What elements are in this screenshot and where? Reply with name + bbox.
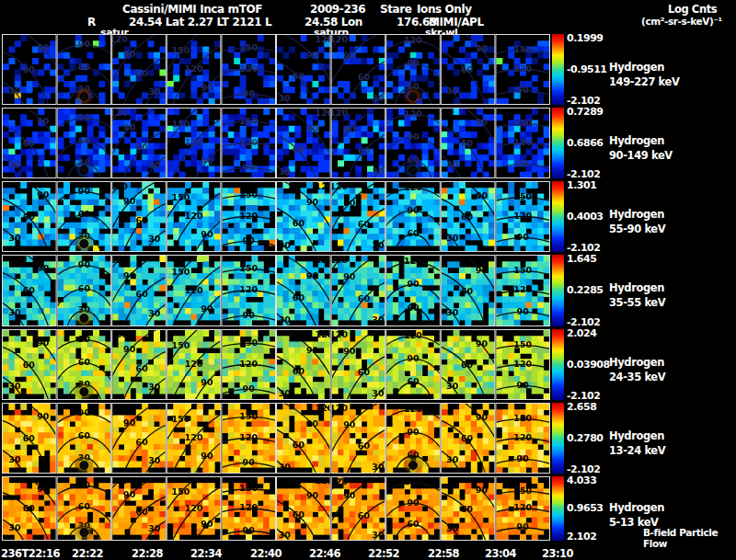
colorbar-max-label: 2.658 bbox=[567, 401, 596, 413]
panel-tiles-canvas bbox=[2, 108, 550, 178]
time-tick-label: 23:10 bbox=[542, 547, 573, 560]
colorbar bbox=[552, 34, 564, 105]
spectrogram-panel-row: 2.0240.03908-2.102Hydrogen24-35 keV bbox=[0, 329, 736, 400]
spectrogram-panel-row: 1.6450.2285-2.102Hydrogen35-55 keV bbox=[0, 255, 736, 326]
colorbar-mid-label: -0.9511 bbox=[567, 63, 607, 75]
panel-species-label: Hydrogen bbox=[609, 61, 664, 74]
spacecraft-info-part: 24.54 Lat 2.27 LT 2121 L bbox=[129, 16, 271, 29]
title-part: Cassini/MIMI Inca mTOF bbox=[122, 3, 262, 16]
spectrogram-panel-row: 2.6580.2780-2.102Hydrogen13-24 keV bbox=[0, 403, 736, 474]
colorbar-mid-label: 0.03908 bbox=[567, 359, 610, 371]
spectrogram-panel-row: 0.72890.6866-2.102Hydrogen90-149 keV bbox=[0, 108, 736, 178]
colorbar-mid-label: 0.9653 bbox=[567, 502, 603, 514]
title-part: 2009-236 bbox=[310, 3, 365, 16]
time-tick-label: 22:40 bbox=[250, 547, 282, 560]
colorbar-max-label: 4.033 bbox=[567, 474, 596, 486]
panel-energy-label: 35-55 keV bbox=[609, 296, 665, 309]
colorbar-mid-label: 0.6866 bbox=[567, 137, 603, 149]
bfield-particle-flow-label: B-field Particle Flow bbox=[643, 527, 736, 549]
panel-species-label: Hydrogen bbox=[609, 281, 664, 294]
panel-energy-label: 90-149 keV bbox=[609, 149, 673, 162]
panel-tiles-canvas bbox=[2, 403, 550, 474]
time-tick-label: 236T22:16 bbox=[1, 547, 60, 560]
panel-species-label: Hydrogen bbox=[609, 429, 664, 442]
spectrogram-panel-row: 4.0330.96532.102Hydrogen5-13 keV bbox=[0, 476, 736, 541]
time-tick-label: 22:22 bbox=[72, 547, 103, 560]
colorbar bbox=[552, 255, 564, 326]
time-tick-label: 22:46 bbox=[309, 547, 340, 560]
panel-energy-label: 24-35 keV bbox=[609, 371, 665, 383]
colorbar bbox=[552, 329, 564, 400]
panel-tiles-canvas bbox=[2, 329, 550, 400]
panel-species-label: Hydrogen bbox=[609, 134, 664, 147]
title-part: Stare bbox=[380, 3, 412, 16]
panel-tiles-canvas bbox=[2, 476, 550, 541]
panel-tiles-canvas bbox=[2, 34, 550, 105]
colorbar-mid-label: 0.2285 bbox=[567, 284, 603, 296]
panel-species-label: Hydrogen bbox=[609, 356, 664, 369]
colorbar-units-label: (cm²-sr-s-keV)⁻¹ bbox=[641, 16, 722, 27]
panel-species-label: Hydrogen bbox=[609, 208, 664, 221]
colorbar-max-label: 2.024 bbox=[567, 327, 596, 339]
panel-tiles-canvas bbox=[2, 255, 550, 326]
time-tick-label: 22:52 bbox=[368, 547, 399, 560]
time-tick-label: 23:04 bbox=[485, 547, 516, 560]
colorbar-mid-label: 0.4003 bbox=[567, 211, 603, 223]
time-tick-label: 22:58 bbox=[428, 547, 459, 560]
colorbar-max-label: 0.1999 bbox=[567, 32, 603, 44]
panel-energy-label: 149-227 keV bbox=[609, 75, 679, 88]
title-part: Ions Only bbox=[417, 3, 472, 16]
colorbar bbox=[552, 476, 564, 541]
time-tick-label: 22:34 bbox=[190, 547, 222, 560]
mimi-inca-display-window: Log Cnts (cm²-sr-s-keV)⁻¹ Cassini/MIMI I… bbox=[0, 0, 736, 560]
colorbar-min-label: 2.102 bbox=[567, 531, 596, 543]
panel-tiles-canvas bbox=[2, 181, 550, 252]
colorbar-mid-label: 0.2780 bbox=[567, 432, 603, 444]
panel-species-label: Hydrogen bbox=[609, 501, 664, 514]
time-tick-label: 22:28 bbox=[132, 547, 163, 560]
colorbar-max-label: 1.301 bbox=[567, 179, 596, 191]
colorbar bbox=[552, 181, 564, 252]
colorbar-units-title: Log Cnts bbox=[668, 3, 717, 16]
colorbar-max-label: 1.645 bbox=[567, 253, 596, 265]
spectrogram-panel-row: 0.1999-0.9511-2.102Hydrogen149-227 keV bbox=[0, 34, 736, 105]
panel-energy-label: 55-90 keV bbox=[609, 223, 665, 235]
colorbar-max-label: 0.7289 bbox=[567, 106, 603, 118]
spacecraft-info-part: R bbox=[87, 16, 96, 29]
spectrogram-panel-row: 1.3010.4003-2.102Hydrogen55-90 keV bbox=[0, 181, 736, 252]
colorbar bbox=[552, 108, 564, 178]
panel-energy-label: 13-24 keV bbox=[609, 444, 665, 457]
colorbar bbox=[552, 403, 564, 474]
